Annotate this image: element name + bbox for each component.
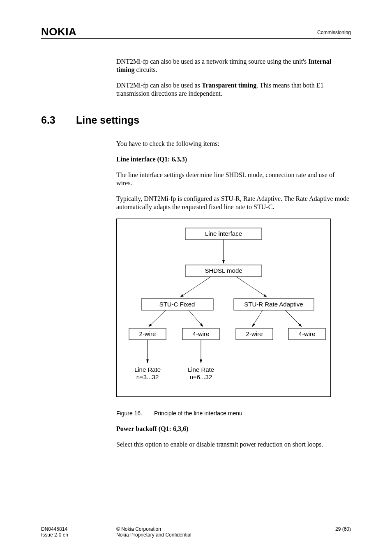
section-number: 6.3	[41, 114, 76, 126]
header-rule	[41, 38, 351, 39]
footer-mid: © Nokia Corporation Nokia Proprietary an…	[116, 526, 191, 538]
svg-text:2-wire: 2-wire	[246, 330, 263, 337]
section-p1: You have to check the following items:	[116, 140, 350, 148]
footer-page: 29 (60)	[335, 526, 351, 532]
figure-line-interface: Line interface SHDSL mode STU-C Fixed	[116, 219, 331, 397]
nokia-logo: NOKIA	[41, 25, 76, 38]
text: circuits.	[134, 66, 157, 73]
figure-number: Figure 16.	[116, 410, 154, 417]
svg-text:STU-C Fixed: STU-C Fixed	[159, 301, 195, 308]
figure-caption-text: Principle of the line interface menu	[154, 410, 242, 417]
subheading-power-backoff: Power backoff (Q1: 6,3,6)	[116, 425, 350, 433]
svg-text:n=6...32: n=6...32	[190, 373, 212, 380]
svg-text:Line Rate: Line Rate	[188, 366, 214, 373]
section-title: Line settings	[76, 114, 139, 126]
intro-paragraph-2: DNT2Mi-fp can also be used as Transparen…	[116, 81, 350, 98]
svg-text:SHDSL mode: SHDSL mode	[205, 267, 242, 274]
section-p4: Select this option to enable or disable …	[116, 440, 350, 449]
header-section-name: Commissioning	[317, 30, 351, 35]
svg-text:STU-R Rate Adaptive: STU-R Rate Adaptive	[244, 301, 303, 308]
svg-line-12	[189, 310, 203, 327]
svg-text:4-wire: 4-wire	[299, 330, 316, 337]
text: DNT2Mi-fp can also be used as a network …	[116, 58, 308, 65]
svg-line-13	[252, 310, 263, 327]
intro-paragraph-1: DNT2Mi-fp can also be used as a network …	[116, 58, 350, 74]
section-p2: The line interface settings determine li…	[116, 171, 350, 187]
footer-copyright: © Nokia Corporation	[116, 526, 191, 532]
svg-text:Line interface: Line interface	[205, 230, 242, 237]
svg-text:2-wire: 2-wire	[139, 330, 156, 337]
footer-doc-id: DN0445814	[41, 526, 68, 532]
svg-line-5	[180, 276, 211, 297]
subheading-line-interface: Line interface (Q1: 6,3,3)	[116, 155, 350, 164]
svg-line-11	[149, 310, 166, 327]
svg-line-6	[236, 276, 267, 297]
section-body: You have to check the following items: L…	[116, 140, 350, 456]
footer-confidential: Nokia Proprietary and Confidential	[116, 532, 191, 538]
svg-text:Line Rate: Line Rate	[134, 366, 161, 373]
intro-content: DNT2Mi-fp can also be used as a network …	[116, 58, 350, 105]
svg-text:4-wire: 4-wire	[193, 330, 210, 337]
page-header: NOKIA Commissioning	[41, 25, 351, 39]
figure-caption: Figure 16.Principle of the line interfac…	[116, 410, 350, 417]
svg-line-14	[285, 310, 302, 327]
footer-issue: Issue 2-0 en	[41, 532, 68, 538]
svg-text:n=3...32: n=3...32	[136, 373, 159, 380]
section-heading: 6.3Line settings	[41, 114, 139, 126]
text: DNT2Mi-fp can also be used as	[116, 82, 202, 89]
bold-text: Transparent timing	[202, 82, 256, 89]
section-p3: Typically, DNT2Mi-fp is configured as ST…	[116, 195, 350, 211]
footer-left: DN0445814 Issue 2-0 en	[41, 526, 68, 538]
